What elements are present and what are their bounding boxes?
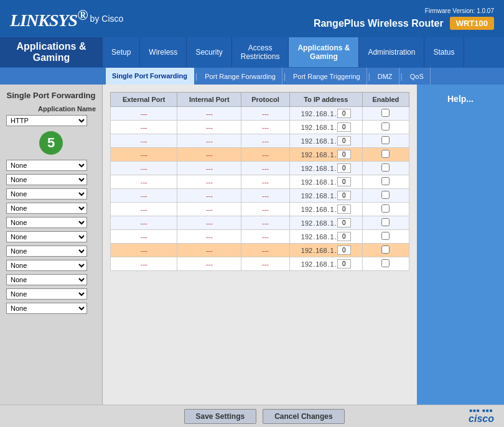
enabled-checkbox[interactable] (381, 218, 390, 226)
dropdown-row-3[interactable]: NoneFTPTelnetSMTPDNS (6, 174, 96, 185)
ip-last-octet-input[interactable] (337, 177, 351, 186)
cell-int-port: --- (177, 162, 241, 175)
cell-enabled[interactable] (362, 121, 409, 134)
ip-last-octet-input[interactable] (337, 136, 351, 145)
cell-protocol: --- (241, 148, 289, 162)
sub-tab-port-range-forwarding[interactable]: Port Range Forwarding (198, 68, 282, 85)
sub-tab-port-range-triggering[interactable]: Port Range Triggering (287, 68, 367, 85)
app-select-1[interactable]: None FTP Telnet SMTP DNS TFTP Finger HTT… (6, 115, 87, 126)
cell-ip[interactable]: 192 . 168 . 1 . (289, 203, 362, 216)
cell-enabled[interactable] (362, 257, 409, 271)
dropdown-row-6[interactable]: NoneFTPTelnetSMTPDNS (6, 217, 96, 228)
cell-enabled[interactable] (362, 175, 409, 189)
cell-protocol: --- (241, 203, 289, 216)
nav-tab-setup[interactable]: Setup (103, 37, 140, 67)
ip-last-octet-input[interactable] (337, 122, 351, 132)
enabled-checkbox[interactable] (381, 177, 390, 185)
help-link[interactable]: Help... (447, 94, 474, 104)
cell-enabled[interactable] (362, 148, 409, 162)
enabled-checkbox[interactable] (381, 150, 390, 158)
cell-ip[interactable]: 192 . 168 . 1 . (289, 244, 362, 257)
nav-tab-security[interactable]: Security (187, 37, 231, 67)
enabled-checkbox[interactable] (381, 259, 390, 267)
enabled-checkbox[interactable] (381, 136, 390, 144)
ip-last-octet-input[interactable] (337, 163, 351, 173)
cell-enabled[interactable] (362, 230, 409, 244)
cell-ext-port: --- (111, 162, 177, 175)
enabled-checkbox[interactable] (381, 246, 390, 254)
cell-enabled[interactable] (362, 134, 409, 148)
cell-enabled[interactable] (362, 162, 409, 175)
left-panel: Single Port Forwarding Application Name … (0, 85, 103, 405)
cell-enabled[interactable] (362, 244, 409, 257)
enabled-checkbox[interactable] (381, 163, 390, 172)
cell-ext-port: --- (111, 148, 177, 162)
section-title: Applications & Gaming (0, 37, 103, 67)
dropdown-row-8[interactable]: NoneFTPTelnetSMTPDNS (6, 246, 96, 257)
dropdown-row-12[interactable]: NoneFTPTelnetSMTPDNS (6, 303, 96, 314)
app-select-5[interactable]: NoneFTPTelnetSMTPDNS (6, 203, 87, 214)
app-select-10[interactable]: NoneFTPTelnetSMTPDNS (6, 274, 87, 285)
app-select-7[interactable]: NoneFTPTelnetSMTPDNS (6, 231, 87, 242)
nav-tab-access-restrictions[interactable]: AccessRestrictions (232, 37, 289, 67)
dropdown-row-10[interactable]: NoneFTPTelnetSMTPDNS (6, 274, 96, 285)
cell-ip[interactable]: 192 . 168 . 1 . (289, 134, 362, 148)
cell-ip[interactable]: 192 . 168 . 1 . (289, 148, 362, 162)
nav-tab-administration[interactable]: Administration (359, 37, 424, 67)
app-select-8[interactable]: NoneFTPTelnetSMTPDNS (6, 246, 87, 257)
dropdown-row-11[interactable]: NoneFTPTelnetSMTPDNS (6, 288, 96, 300)
enabled-checkbox[interactable] (381, 122, 390, 131)
dropdown-row-2[interactable]: NoneFTPTelnetSMTPDNS (6, 160, 96, 171)
by-cisco-text: by Cisco (90, 14, 124, 24)
sub-tab-qos[interactable]: QoS (404, 68, 431, 85)
cisco-dots-icon: ■■■ ■■■ (469, 408, 493, 413)
enabled-checkbox[interactable] (381, 191, 390, 199)
sub-tab-dmz[interactable]: DMZ (371, 68, 399, 85)
app-select-9[interactable]: NoneFTPTelnetSMTPDNS (6, 260, 87, 271)
cell-ip[interactable]: 192 . 168 . 1 . (289, 121, 362, 134)
dropdown-row-5[interactable]: NoneFTPTelnetSMTPDNS (6, 203, 96, 214)
cell-ext-port: --- (111, 189, 177, 203)
cell-enabled[interactable] (362, 203, 409, 216)
enabled-checkbox[interactable] (381, 109, 390, 117)
app-select-12[interactable]: NoneFTPTelnetSMTPDNS (6, 303, 87, 314)
ip-last-octet-input[interactable] (337, 218, 351, 227)
cell-ip[interactable]: 192 . 168 . 1 . (289, 162, 362, 175)
dropdown-row-9[interactable]: NoneFTPTelnetSMTPDNS (6, 260, 96, 271)
app-select-4[interactable]: NoneFTPTelnetSMTPDNS (6, 188, 87, 200)
app-select-11[interactable]: NoneFTPTelnetSMTPDNS (6, 288, 87, 300)
app-select-6[interactable]: NoneFTPTelnetSMTPDNS (6, 217, 87, 228)
cell-ip[interactable]: 192 . 168 . 1 . (289, 107, 362, 121)
cell-enabled[interactable] (362, 107, 409, 121)
cell-enabled[interactable] (362, 216, 409, 230)
enabled-checkbox[interactable] (381, 232, 390, 240)
dropdown-row-4[interactable]: NoneFTPTelnetSMTPDNS (6, 188, 96, 200)
cell-ip[interactable]: 192 . 168 . 1 . (289, 257, 362, 271)
sub-tab-single-port-forwarding[interactable]: Single Port Forwarding (106, 68, 194, 85)
cell-ip[interactable]: 192 . 168 . 1 . (289, 189, 362, 203)
save-settings-button[interactable]: Save Settings (184, 409, 257, 424)
table-row: --- --- --- 192 . 168 . 1 . (111, 244, 409, 257)
port-forwarding-table: External Port Internal Port Protocol To … (110, 92, 409, 271)
ip-last-octet-input[interactable] (337, 191, 351, 200)
ip-last-octet-input[interactable] (337, 246, 351, 255)
nav-tab-applications-gaming[interactable]: Applications &Gaming (289, 37, 359, 67)
enabled-checkbox[interactable] (381, 204, 390, 213)
dropdown-row-1[interactable]: None FTP Telnet SMTP DNS TFTP Finger HTT… (6, 115, 96, 126)
nav-tab-status[interactable]: Status (424, 37, 464, 67)
ip-last-octet-input[interactable] (337, 232, 351, 241)
ip-last-octet-input[interactable] (337, 150, 351, 159)
ip-last-octet-input[interactable] (337, 259, 351, 269)
cell-enabled[interactable] (362, 189, 409, 203)
ip-last-octet-input[interactable] (337, 204, 351, 214)
dropdown-row-7[interactable]: NoneFTPTelnetSMTPDNS (6, 231, 96, 242)
cell-ip[interactable]: 192 . 168 . 1 . (289, 216, 362, 230)
ip-last-octet-input[interactable] (337, 109, 351, 118)
cell-int-port: --- (177, 189, 241, 203)
app-select-3[interactable]: NoneFTPTelnetSMTPDNS (6, 174, 87, 185)
cell-ip[interactable]: 192 . 168 . 1 . (289, 175, 362, 189)
cell-ip[interactable]: 192 . 168 . 1 . (289, 230, 362, 244)
app-select-2[interactable]: NoneFTPTelnetSMTPDNS (6, 160, 87, 171)
nav-tab-wireless[interactable]: Wireless (140, 37, 187, 67)
cancel-changes-button[interactable]: Cancel Changes (263, 409, 344, 424)
